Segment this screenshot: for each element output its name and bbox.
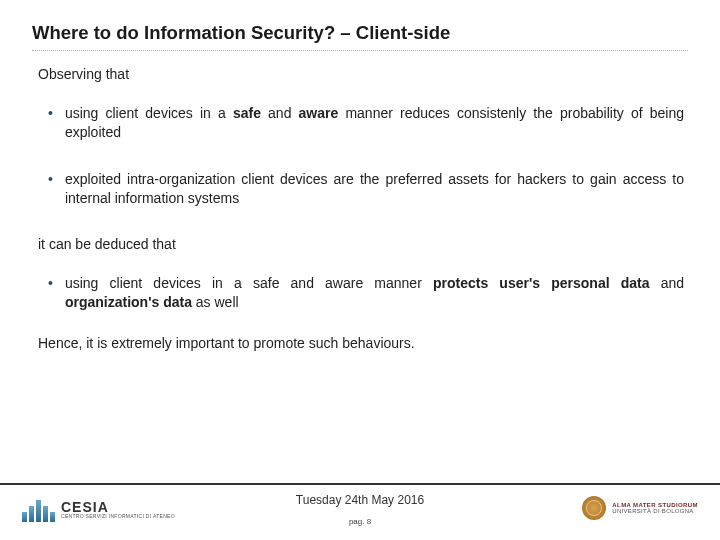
b1-bold2: aware (299, 105, 339, 121)
unibo-text: ALMA MATER STUDIORUM UNIVERSITÀ DI BOLOG… (612, 502, 698, 514)
footer-rule (0, 483, 720, 485)
cesia-bars-icon (22, 496, 55, 522)
cesia-name: CESIA (61, 500, 175, 514)
mid-text: it can be deduced that (38, 235, 684, 254)
cesia-sub: CENTRO SERVIZI INFORMATICI DI ATENEO (61, 514, 175, 519)
b3-mid2: and (650, 275, 685, 291)
unibo-line2: UNIVERSITÀ DI BOLOGNA (612, 508, 698, 514)
bullet-1-text: using client devices in a safe and aware… (65, 104, 684, 142)
bullet-dot-icon: • (48, 170, 53, 189)
b3-bold2: organization's data (65, 294, 192, 310)
logo-unibo: ALMA MATER STUDIORUM UNIVERSITÀ DI BOLOG… (582, 496, 698, 520)
bullet-3: • using client devices in a safe and awa… (48, 274, 684, 312)
b1-bold1: safe (233, 105, 261, 121)
logo-cesia: CESIA CENTRO SERVIZI INFORMATICI DI ATEN… (22, 496, 175, 522)
bullet-2: • exploited intra-organization client de… (48, 170, 684, 208)
b3-post: as well (192, 294, 239, 310)
lead-text: Observing that (38, 65, 684, 84)
b1-mid: and (261, 105, 299, 121)
bullet-dot-icon: • (48, 274, 53, 293)
cesia-text: CESIA CENTRO SERVIZI INFORMATICI DI ATEN… (61, 500, 175, 519)
slide-title: Where to do Information Security? – Clie… (32, 22, 688, 44)
slide: Where to do Information Security? – Clie… (0, 0, 720, 353)
bullet-3-text: using client devices in a safe and aware… (65, 274, 684, 312)
bullet-1: • using client devices in a safe and awa… (48, 104, 684, 142)
b3-pre: using client devices in a safe and aware… (65, 275, 433, 291)
bullet-dot-icon: • (48, 104, 53, 123)
closing-text: Hence, it is extremely important to prom… (38, 334, 684, 353)
unibo-seal-icon (582, 496, 606, 520)
b3-bold1: protects user's personal data (433, 275, 650, 291)
title-underline (32, 50, 688, 51)
slide-body: Observing that • using client devices in… (32, 65, 688, 353)
bullet-2-text: exploited intra-organization client devi… (65, 170, 684, 208)
b1-pre: using client devices in a (65, 105, 233, 121)
